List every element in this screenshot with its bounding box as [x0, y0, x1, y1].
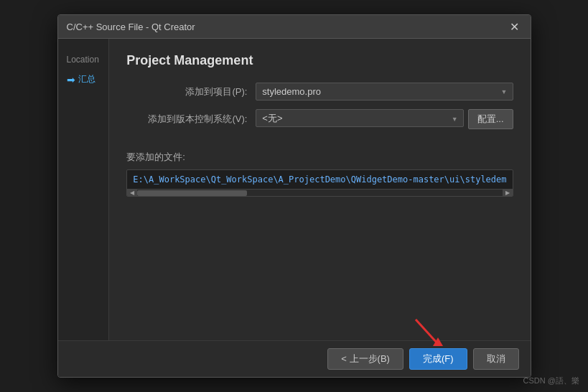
cancel-button[interactable]: 取消 — [473, 348, 519, 370]
back-button[interactable]: < 上一步(B) — [327, 348, 403, 370]
sidebar-arrow-icon: ➡ — [67, 74, 75, 85]
add-project-label: 添加到项目(P): — [126, 85, 256, 98]
add-project-control: styledemo.pro — [256, 83, 513, 101]
add-project-row: 添加到项目(P): styledemo.pro — [126, 83, 513, 101]
title-bar: C/C++ Source File - Qt Creator ✕ — [58, 15, 531, 39]
close-button[interactable]: ✕ — [508, 19, 522, 34]
add-vcs-label: 添加到版本控制系统(V): — [126, 113, 256, 126]
add-vcs-row: 添加到版本控制系统(V): <无> 配置... — [126, 109, 513, 129]
section-title: Project Management — [126, 53, 513, 68]
dialog-window: C/C++ Source File - Qt Creator ✕ Locatio… — [57, 14, 531, 378]
dialog-body: Location ➡ 汇总 Project Management 添加到项目(P… — [58, 39, 531, 340]
add-vcs-control: <无> 配置... — [256, 109, 513, 129]
title-bar-text: C/C++ Source File - Qt Creator — [67, 22, 195, 32]
config-button[interactable]: 配置... — [468, 109, 513, 129]
dialog-footer: < 上一步(B) 完成(F) 取消 — [58, 340, 531, 377]
files-path-text[interactable]: E:\A_WorkSpace\Qt_WorkSpace\A_ProjectDem… — [127, 170, 512, 189]
sidebar-location-label: Location — [67, 55, 99, 65]
watermark: CSDN @語、樂 — [523, 375, 579, 386]
vcs-select-wrapper: <无> — [256, 109, 463, 129]
sidebar-summary-label: 汇总 — [78, 73, 95, 85]
files-label: 要添加的文件: — [126, 151, 513, 164]
main-content: Project Management 添加到项目(P): styledemo.p… — [109, 39, 530, 340]
horizontal-scrollbar[interactable]: ◀ ▶ — [127, 189, 512, 196]
project-select[interactable]: styledemo.pro — [256, 83, 513, 101]
finish-button[interactable]: 完成(F) — [409, 348, 467, 370]
scroll-left-arrow[interactable]: ◀ — [127, 190, 137, 197]
vcs-select[interactable]: <无> — [256, 109, 463, 127]
scroll-track[interactable] — [137, 190, 502, 196]
sidebar: Location ➡ 汇总 — [58, 39, 110, 340]
sidebar-item-location: Location — [58, 50, 109, 69]
scroll-thumb — [137, 190, 246, 196]
files-section: 要添加的文件: E:\A_WorkSpace\Qt_WorkSpace\A_Pr… — [126, 151, 513, 197]
scroll-right-arrow[interactable]: ▶ — [503, 190, 513, 197]
project-select-wrapper: styledemo.pro — [256, 83, 513, 101]
files-path-container: E:\A_WorkSpace\Qt_WorkSpace\A_ProjectDem… — [126, 169, 513, 197]
sidebar-item-summary[interactable]: ➡ 汇总 — [58, 69, 109, 90]
